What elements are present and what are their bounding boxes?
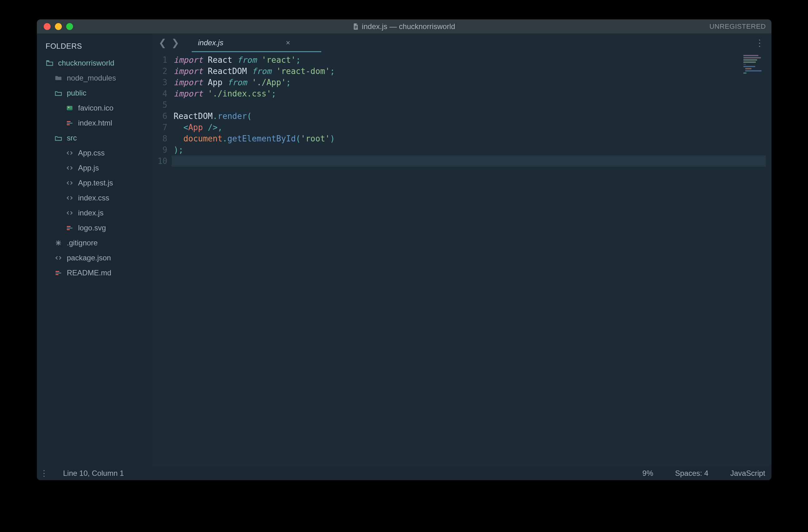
svg-rect-1 [355, 27, 357, 27]
tree-file-readme[interactable]: README.md [37, 265, 152, 280]
code-file-icon [66, 209, 74, 217]
line-number: 2 [152, 66, 167, 77]
folder-open-icon [54, 134, 62, 142]
window-title: index.js — chucknorrisworld [37, 22, 771, 31]
tree-file-indexhtml[interactable]: index.html [37, 115, 152, 130]
main-area: ❮ ❯ index.js × ⋮ 1 2 3 4 5 [152, 34, 771, 466]
tree-public-folder[interactable]: public [37, 86, 152, 100]
line-number: 3 [152, 77, 167, 88]
tree-label: index.js [78, 208, 103, 217]
tree-file-indexcss[interactable]: index.css [37, 190, 152, 205]
svg-rect-5 [67, 121, 71, 122]
markup-file-icon [54, 269, 62, 277]
svg-point-4 [68, 107, 69, 108]
statusbar-menu-button[interactable]: ⋮ [40, 469, 48, 478]
tree-file-favicon[interactable]: favicon.ico [37, 100, 152, 115]
code-line: ); [173, 144, 771, 155]
nav-forward-button[interactable]: ❯ [171, 38, 179, 48]
maximize-window-button[interactable] [66, 23, 73, 30]
tree-file-indexjs[interactable]: index.js [37, 205, 152, 220]
tab-indexjs[interactable]: index.js × [192, 34, 296, 52]
tree-file-appcss[interactable]: App.css [37, 146, 152, 161]
markup-file-icon [66, 224, 74, 232]
tree-label: src [67, 134, 77, 142]
svg-rect-8 [67, 226, 71, 227]
code-file-icon [66, 179, 74, 187]
tree-root-folder[interactable]: chucknorrisworld [37, 56, 152, 71]
svg-rect-12 [56, 273, 61, 274]
image-file-icon [66, 104, 74, 112]
tree-file-packagejson[interactable]: package.json [37, 251, 152, 265]
code-line: <App />, [173, 122, 771, 133]
tree-label: App.js [78, 164, 99, 172]
folder-open-icon [45, 59, 54, 67]
tree-label: node_modules [67, 74, 116, 82]
indent-setting[interactable]: Spaces: 4 [675, 469, 709, 478]
code-line [173, 99, 771, 111]
line-number: 5 [152, 99, 167, 111]
code-line [173, 155, 771, 167]
svg-rect-6 [67, 123, 72, 124]
tree-label: public [67, 89, 87, 97]
code-file-icon [66, 164, 74, 172]
line-number: 9 [152, 144, 167, 155]
tree-label: App.test.js [78, 179, 113, 187]
tab-label: index.js [198, 38, 223, 47]
folder-open-icon [54, 89, 62, 97]
svg-rect-13 [56, 274, 58, 275]
folder-icon [54, 74, 62, 82]
code-line: import React from 'react'; [173, 54, 771, 66]
sidebar-header: FOLDERS [37, 42, 152, 56]
tree-file-logosvg[interactable]: logo.svg [37, 220, 152, 235]
svg-rect-11 [56, 271, 59, 272]
asterisk-icon [54, 239, 62, 247]
tree-node-modules[interactable]: node_modules [37, 71, 152, 86]
svg-rect-2 [355, 28, 356, 29]
tree-file-apptest[interactable]: App.test.js [37, 176, 152, 190]
tab-history-nav: ❮ ❯ [159, 38, 179, 48]
code-file-icon [66, 194, 74, 202]
editor-window: index.js — chucknorrisworld UNREGISTERED… [37, 19, 771, 480]
close-window-button[interactable] [44, 23, 51, 30]
svg-rect-7 [67, 124, 70, 125]
document-icon [353, 23, 359, 30]
line-number: 8 [152, 133, 167, 144]
tab-close-button[interactable]: × [286, 38, 290, 47]
line-number: 6 [152, 111, 167, 122]
tree-label: chucknorrisworld [58, 59, 114, 68]
markup-file-icon [66, 119, 74, 127]
svg-rect-9 [67, 227, 72, 228]
tree-label: README.md [67, 269, 111, 277]
code-line: document.getElementById('root') [173, 133, 771, 144]
minimize-window-button[interactable] [55, 23, 62, 30]
line-number: 10 [152, 155, 167, 167]
sidebar: FOLDERS chucknorrisworld node_modules [37, 34, 152, 466]
tabs-bar: ❮ ❯ index.js × ⋮ [152, 34, 771, 52]
tree-label: favicon.ico [78, 104, 113, 112]
window-title-text: index.js — chucknorrisworld [362, 22, 455, 31]
line-number: 1 [152, 54, 167, 66]
registration-status[interactable]: UNREGISTERED [709, 22, 766, 31]
code-area[interactable]: import React from 'react'; import ReactD… [172, 52, 771, 466]
editor[interactable]: 1 2 3 4 5 6 7 8 9 10 import React from '… [152, 52, 771, 466]
tree-label: App.css [78, 149, 105, 157]
tree-label: .gitignore [67, 239, 98, 247]
svg-rect-0 [355, 26, 357, 26]
code-line: import ReactDOM from 'react-dom'; [173, 66, 771, 77]
tree-file-gitignore[interactable]: .gitignore [37, 235, 152, 251]
line-number: 4 [152, 88, 167, 99]
tree-label: package.json [67, 254, 111, 262]
more-menu-button[interactable]: ⋮ [755, 38, 765, 48]
code-file-icon [66, 149, 74, 157]
tree-file-appjs[interactable]: App.js [37, 161, 152, 176]
cursor-position[interactable]: Line 10, Column 1 [63, 469, 124, 478]
tree-label: index.html [78, 118, 112, 127]
status-bar: ⋮ Line 10, Column 1 9% Spaces: 4 JavaScr… [37, 466, 771, 480]
code-file-icon [54, 254, 62, 262]
code-line: import './index.css'; [173, 88, 771, 99]
language-mode[interactable]: JavaScript [730, 469, 765, 478]
nav-back-button[interactable]: ❮ [159, 38, 166, 48]
tree-src-folder[interactable]: src [37, 130, 152, 146]
code-line: import App from './App'; [173, 77, 771, 88]
code-line: ReactDOM.render( [173, 111, 771, 122]
